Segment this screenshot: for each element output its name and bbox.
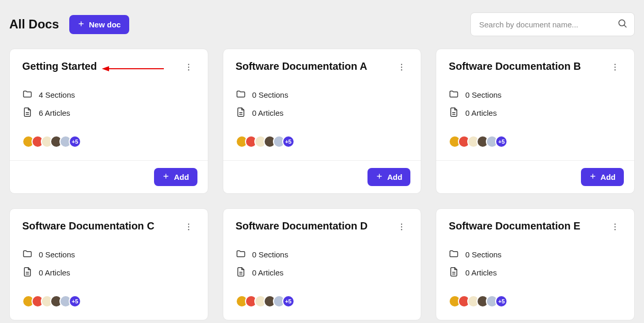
file-icon bbox=[236, 267, 246, 279]
search-input[interactable] bbox=[470, 12, 635, 36]
card-title: Software Documentation A bbox=[236, 60, 367, 72]
add-label: Add bbox=[174, 173, 189, 181]
sections-row: 0 Sections bbox=[22, 249, 195, 260]
more-vertical-icon bbox=[397, 66, 406, 73]
card-title-row: Software Documentation A bbox=[236, 60, 409, 75]
svg-point-38 bbox=[615, 226, 616, 227]
new-doc-button[interactable]: New doc bbox=[69, 15, 129, 34]
card-title: Software Documentation C bbox=[22, 220, 155, 232]
doc-card[interactable]: Software Documentation B0 Sections0 Arti… bbox=[436, 49, 635, 194]
articles-text: 0 Articles bbox=[39, 268, 70, 277]
avatar-more[interactable]: +5 bbox=[69, 295, 81, 307]
sections-text: 0 Sections bbox=[39, 250, 75, 259]
sections-row: 0 Sections bbox=[236, 89, 409, 101]
new-doc-label: New doc bbox=[89, 20, 121, 29]
plus-icon bbox=[589, 173, 596, 181]
sections-text: 0 Sections bbox=[252, 90, 288, 99]
card-more-button[interactable] bbox=[182, 60, 195, 75]
card-more-button[interactable] bbox=[182, 220, 195, 235]
avatar-stack: +5 bbox=[449, 295, 622, 307]
annotation-arrow-icon bbox=[102, 65, 164, 75]
folder-icon bbox=[236, 249, 246, 260]
svg-point-20 bbox=[615, 64, 616, 65]
svg-point-15 bbox=[401, 69, 402, 70]
file-icon bbox=[22, 267, 33, 279]
svg-point-13 bbox=[401, 64, 402, 65]
card-more-button[interactable] bbox=[608, 220, 622, 235]
card-more-button[interactable] bbox=[395, 60, 408, 75]
card-title: Getting Started bbox=[22, 60, 97, 72]
doc-card[interactable]: Getting Started4 Sections6 Articles+5Add bbox=[9, 49, 208, 194]
sections-row: 4 Sections bbox=[22, 89, 195, 101]
svg-point-21 bbox=[615, 67, 616, 68]
svg-marker-10 bbox=[102, 66, 109, 71]
svg-point-5 bbox=[188, 67, 189, 68]
card-footer: Add bbox=[223, 160, 421, 193]
svg-point-27 bbox=[188, 224, 189, 225]
header: All Docs New doc bbox=[0, 0, 644, 49]
add-button[interactable]: Add bbox=[367, 168, 410, 186]
add-label: Add bbox=[601, 173, 616, 181]
card-title-row: Software Documentation B bbox=[449, 60, 622, 75]
add-button[interactable]: Add bbox=[154, 168, 197, 186]
file-icon bbox=[22, 107, 33, 119]
svg-point-4 bbox=[188, 64, 189, 65]
doc-card[interactable]: Software Documentation A0 Sections0 Arti… bbox=[223, 49, 422, 194]
card-footer: Add bbox=[436, 160, 634, 193]
sections-text: 0 Sections bbox=[465, 90, 501, 99]
avatar-more[interactable]: +5 bbox=[282, 295, 295, 307]
plus-icon bbox=[376, 173, 383, 181]
sections-row: 0 Sections bbox=[449, 249, 622, 260]
articles-text: 0 Articles bbox=[465, 109, 497, 117]
card-body: Getting Started4 Sections6 Articles+5 bbox=[10, 49, 208, 160]
articles-text: 0 Articles bbox=[252, 109, 284, 117]
card-body: Software Documentation B0 Sections0 Arti… bbox=[436, 49, 634, 160]
svg-point-32 bbox=[401, 224, 402, 225]
folder-icon bbox=[449, 89, 459, 101]
folder-icon bbox=[22, 249, 33, 260]
svg-point-6 bbox=[188, 69, 189, 70]
avatar-more[interactable]: +5 bbox=[495, 135, 508, 148]
docs-grid: Getting Started4 Sections6 Articles+5Add… bbox=[0, 49, 644, 323]
folder-icon bbox=[22, 89, 33, 101]
svg-point-28 bbox=[188, 226, 189, 227]
articles-text: 0 Articles bbox=[465, 268, 497, 277]
svg-point-33 bbox=[401, 226, 402, 227]
plus-icon bbox=[162, 173, 170, 181]
articles-row: 0 Articles bbox=[22, 267, 195, 279]
plus-icon bbox=[78, 20, 85, 29]
search-wrap bbox=[470, 12, 635, 36]
card-title: Software Documentation B bbox=[449, 60, 581, 72]
card-body: Software Documentation D0 Sections0 Arti… bbox=[223, 209, 421, 320]
card-title-row: Software Documentation E bbox=[449, 220, 622, 235]
card-more-button[interactable] bbox=[395, 220, 408, 235]
card-more-button[interactable] bbox=[608, 60, 622, 75]
articles-row: 0 Articles bbox=[449, 107, 622, 119]
sections-text: 4 Sections bbox=[39, 90, 75, 99]
svg-point-34 bbox=[401, 229, 402, 230]
doc-card[interactable]: Software Documentation D0 Sections0 Arti… bbox=[223, 208, 422, 320]
avatar-more[interactable]: +5 bbox=[495, 295, 508, 307]
svg-point-22 bbox=[615, 69, 616, 70]
add-button[interactable]: Add bbox=[581, 168, 624, 186]
sections-row: 0 Sections bbox=[236, 249, 409, 260]
more-vertical-icon bbox=[610, 225, 620, 233]
card-title-row: Software Documentation C bbox=[22, 220, 195, 235]
doc-card[interactable]: Software Documentation E0 Sections0 Arti… bbox=[436, 208, 635, 320]
card-footer: Add bbox=[10, 160, 208, 193]
doc-card[interactable]: Software Documentation C0 Sections0 Arti… bbox=[9, 208, 208, 320]
file-icon bbox=[449, 107, 459, 119]
avatar-more[interactable]: +5 bbox=[282, 135, 295, 148]
articles-row: 6 Articles bbox=[22, 107, 195, 119]
avatar-stack: +5 bbox=[22, 295, 195, 307]
svg-line-3 bbox=[624, 25, 626, 27]
file-icon bbox=[236, 107, 246, 119]
avatar-more[interactable]: +5 bbox=[69, 135, 81, 148]
folder-icon bbox=[236, 89, 246, 101]
articles-text: 6 Articles bbox=[39, 109, 70, 117]
avatar-stack: +5 bbox=[22, 135, 195, 148]
card-body: Software Documentation E0 Sections0 Arti… bbox=[436, 209, 634, 320]
search-icon bbox=[617, 18, 627, 30]
folder-icon bbox=[449, 249, 459, 260]
card-title: Software Documentation D bbox=[236, 220, 368, 232]
